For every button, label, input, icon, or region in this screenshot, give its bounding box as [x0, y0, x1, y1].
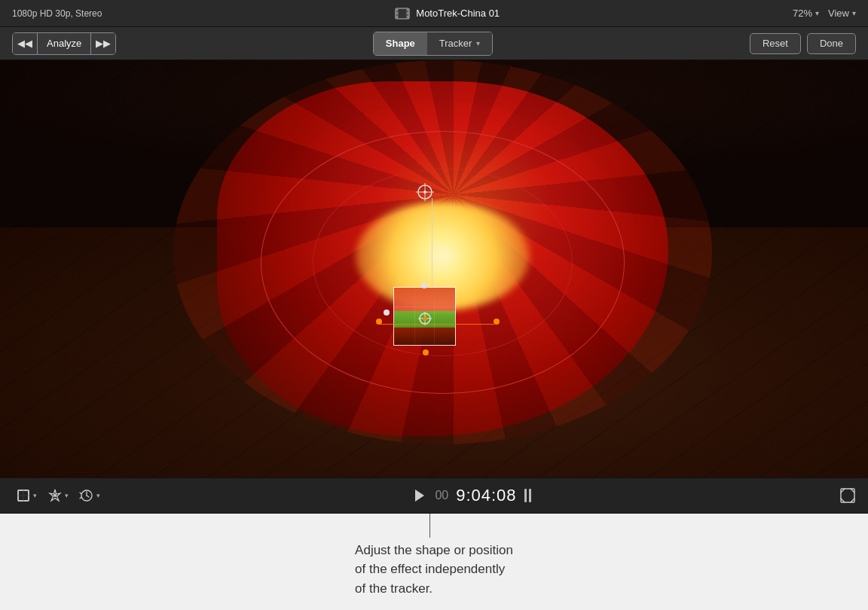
top-bar: 1080p HD 30p, Stereo MotoTrek-China 01 7…	[0, 0, 868, 27]
handle-dot-right-orange[interactable]	[494, 319, 500, 325]
pause-bar-right	[529, 489, 531, 502]
effects-tool-button[interactable]: ▾	[44, 486, 72, 505]
svg-point-11	[423, 191, 426, 194]
done-button[interactable]: Done	[807, 33, 856, 54]
callout-area: Adjust the shape or position of the effe…	[0, 514, 868, 610]
crop-tool-button[interactable]: ▾	[12, 486, 41, 505]
svg-rect-1	[396, 8, 398, 11]
play-icon	[414, 489, 426, 502]
playback-tools: ▾ ▾ ▾	[12, 486, 104, 505]
view-chevron-icon: ▾	[852, 9, 856, 17]
reset-button[interactable]: Reset	[750, 33, 801, 54]
svg-rect-6	[407, 16, 409, 18]
toolbar: ◀◀ Analyze ▶▶ Shape Tracker ▾ Reset Done	[0, 27, 868, 60]
preview-top	[394, 288, 455, 310]
connector-line	[432, 198, 432, 294]
pause-button[interactable]	[524, 489, 531, 502]
svg-marker-22	[415, 490, 424, 502]
tracker-box-container[interactable]	[387, 285, 473, 352]
svg-rect-4	[407, 8, 409, 11]
svg-rect-7	[399, 9, 406, 18]
svg-rect-5	[407, 12, 409, 14]
video-info: 1080p HD 30p, Stereo	[12, 8, 102, 19]
tracker-handle-line	[379, 324, 494, 325]
analyze-button[interactable]: Analyze	[38, 33, 91, 54]
playback-bar: ▾ ▾ ▾ 00 9:04:08	[0, 477, 868, 514]
crop-tool-chevron-icon: ▾	[33, 492, 37, 499]
film-icon	[395, 8, 410, 20]
svg-rect-2	[396, 12, 398, 14]
pause-bar-left	[524, 489, 527, 502]
toolbar-right: Reset Done	[750, 33, 856, 54]
clip-title-area: MotoTrek-China 01	[395, 8, 500, 20]
timecode-display: 9:04:08	[456, 486, 516, 505]
tracker-tab[interactable]: Tracker ▾	[427, 32, 493, 55]
analyze-group: ◀◀ Analyze ▶▶	[12, 32, 116, 55]
playback-center: 00 9:04:08	[113, 486, 830, 505]
top-bar-controls: 72% ▾ View ▾	[793, 8, 856, 19]
tracker-crosshair[interactable]	[418, 312, 432, 325]
video-frame	[0, 60, 868, 477]
svg-point-15	[423, 317, 427, 321]
effects-chevron-icon: ▾	[65, 492, 69, 499]
callout-connector-line	[429, 514, 430, 538]
forward-button[interactable]: ▶▶	[91, 33, 115, 54]
preview-bot	[394, 328, 455, 345]
zoom-control[interactable]: 72% ▾	[793, 8, 819, 19]
fullscreen-icon[interactable]	[839, 487, 856, 504]
zoom-chevron-icon: ▾	[815, 9, 819, 17]
shape-tab[interactable]: Shape	[374, 32, 427, 55]
shape-tracker-control: Shape Tracker ▾	[373, 32, 494, 56]
effects-tool-icon	[47, 488, 63, 503]
retime-tool-icon	[79, 488, 94, 503]
video-viewer	[0, 60, 868, 477]
view-control[interactable]: View ▾	[828, 8, 856, 19]
frame-counter: 00	[435, 489, 448, 502]
callout-text: Adjust the shape or position of the effe…	[355, 541, 513, 599]
svg-point-20	[53, 494, 57, 497]
crop-tool-icon	[16, 488, 31, 503]
svg-rect-3	[396, 16, 398, 18]
retime-chevron-icon: ▾	[96, 492, 100, 499]
toolbar-left: ◀◀ Analyze ▶▶	[12, 32, 116, 55]
handle-dot-left[interactable]	[384, 310, 390, 316]
retime-tool-button[interactable]: ▾	[75, 486, 104, 505]
tracker-chevron-icon: ▾	[476, 39, 480, 47]
handle-dot-top[interactable]	[421, 282, 427, 288]
playback-right	[839, 487, 856, 504]
clip-name: MotoTrek-China 01	[416, 8, 500, 19]
play-button[interactable]	[412, 488, 427, 503]
handle-dot-bottom-orange[interactable]	[423, 349, 429, 355]
rewind-button[interactable]: ◀◀	[13, 33, 38, 54]
